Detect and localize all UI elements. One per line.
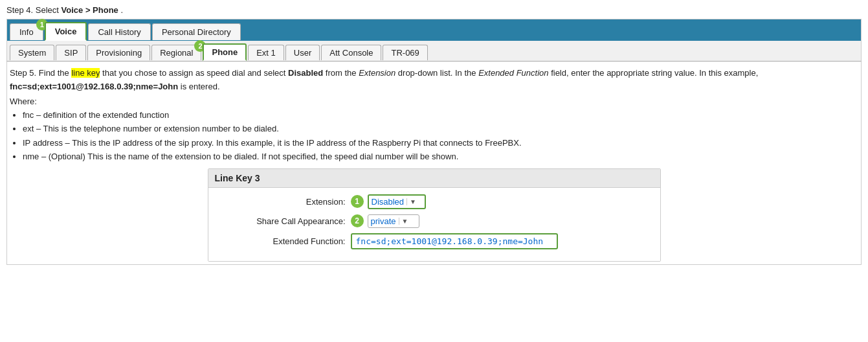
tab-personal-directory[interactable]: Personal Directory <box>152 23 241 40</box>
extension-badge: 1 <box>351 195 364 208</box>
share-call-label: Share Call Appearance: <box>221 216 351 226</box>
tab-att-console[interactable]: Att Console <box>321 45 381 60</box>
step5-entered: is entered. <box>178 82 219 91</box>
bullet-ext: ext – This is the telephone number or ex… <box>23 122 858 135</box>
extended-func-input[interactable] <box>351 233 558 249</box>
step5-rest2: from the <box>323 68 359 78</box>
tab-tr069-label: TR-069 <box>391 48 419 58</box>
extended-func-row: Extended Function: <box>221 233 647 249</box>
bullet-list: fnc – definition of the extended functio… <box>23 109 858 163</box>
extension-dropdown-arrow: ▼ <box>406 198 416 205</box>
tab-voice[interactable]: Voice <box>45 22 87 41</box>
step5-extension-italic: Extension <box>359 68 395 78</box>
tab-system-label: System <box>18 48 46 58</box>
line-key-section: Line Key 3 Extension: 1 Disabled ▼ Sha <box>208 168 661 262</box>
tab-att-console-label: Att Console <box>329 48 373 58</box>
tab-sip-label: SIP <box>64 48 78 58</box>
share-call-dropdown-arrow: ▼ <box>399 218 408 225</box>
tab-call-history-label: Call History <box>98 27 140 37</box>
share-call-badge: 2 <box>351 214 364 227</box>
share-call-control: 2 private ▼ <box>351 214 419 228</box>
tab-provisioning[interactable]: Provisioning <box>87 45 150 60</box>
tab-phone-label: Phone <box>212 47 238 57</box>
step4-text-prefix: Step 4. Select <box>6 5 61 15</box>
share-call-value: private <box>371 216 396 226</box>
tab-tr069[interactable]: TR-069 <box>383 45 427 60</box>
tab-system[interactable]: System <box>10 45 54 60</box>
step5-code-bold: fnc=sd;ext=1001@192.168.0.39;nme=John <box>10 82 178 91</box>
extended-func-label: Extended Function: <box>221 236 351 246</box>
tab-ext1-label: Ext 1 <box>256 48 276 58</box>
bullet-ip: IP address – This is the IP address of t… <box>23 137 858 150</box>
extension-select[interactable]: Disabled ▼ <box>368 194 426 209</box>
tab-provisioning-label: Provisioning <box>96 48 142 58</box>
share-call-row: Share Call Appearance: 2 private ▼ <box>221 214 647 228</box>
step5-line-key: line key <box>71 68 100 78</box>
tab-info-label: Info <box>19 27 34 37</box>
tab-row-1: Info 1 Voice Call History Personal Direc… <box>6 19 862 41</box>
tab-user-label: User <box>294 48 311 58</box>
extended-func-control <box>351 233 558 249</box>
tab-call-history[interactable]: Call History <box>88 23 150 40</box>
step5-rest4: field, enter the appropriate string valu… <box>549 68 759 78</box>
tab-sip[interactable]: SIP <box>56 45 86 60</box>
step5-disabled-bold: Disabled <box>288 68 323 78</box>
extension-control: 1 Disabled ▼ <box>351 194 426 209</box>
share-call-select[interactable]: private ▼ <box>368 214 419 228</box>
bullet-nme: nme – (Optional) This is the name of the… <box>23 150 858 163</box>
tab-user[interactable]: User <box>285 45 320 60</box>
tab-info[interactable]: Info 1 <box>10 23 43 40</box>
tab-regional-label: Regional <box>160 48 193 58</box>
step5-extended-italic: Extended Function <box>478 68 548 78</box>
extension-label: Extension: <box>221 197 351 207</box>
step5-paragraph: Step 5. Find the line key that you chose… <box>10 67 858 94</box>
where-label: Where: <box>10 97 858 106</box>
extension-value: Disabled <box>372 197 405 207</box>
step5-rest3: drop-down list. In the <box>395 68 478 78</box>
step4-text-suffix: . <box>120 5 123 15</box>
line-key-body: Extension: 1 Disabled ▼ Share Call Appea… <box>208 188 660 261</box>
tab-voice-label: Voice <box>55 27 77 36</box>
tab-phone[interactable]: Phone <box>203 43 247 61</box>
step5-rest1: that you chose to assign as speed dial a… <box>100 68 288 78</box>
step4-header: Step 4. Select Voice > Phone . <box>6 5 862 15</box>
tab-personal-directory-label: Personal Directory <box>162 27 231 37</box>
line-key-header: Line Key 3 <box>208 169 660 188</box>
bullet-fnc: fnc – definition of the extended functio… <box>23 109 858 122</box>
tab-row-2: System SIP Provisioning Regional 2 Phone… <box>6 41 862 62</box>
step4-text-bold: Voice > Phone <box>61 5 118 15</box>
tab-regional[interactable]: Regional 2 <box>151 45 201 60</box>
extension-row: Extension: 1 Disabled ▼ <box>221 194 647 209</box>
page-wrapper: Step 4. Select Voice > Phone . Info 1 Vo… <box>0 0 868 270</box>
step5-prefix: Step 5. Find the <box>10 68 71 78</box>
content-area: Step 5. Find the line key that you chose… <box>6 62 862 265</box>
tab-ext1[interactable]: Ext 1 <box>248 45 284 60</box>
